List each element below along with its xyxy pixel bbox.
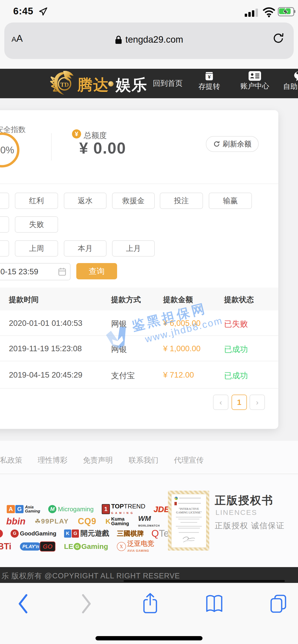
summary-divider [51, 133, 52, 160]
footer-link-privacy[interactable]: 私政策 [0, 455, 22, 465]
refresh-icon [213, 140, 220, 148]
security-index-value: 100% [0, 145, 14, 156]
url-text[interactable]: tengda29.com [125, 34, 183, 45]
license-subtitle: LINENCES [215, 508, 257, 516]
cell-method: 网银 [111, 319, 127, 330]
logo-toptrend: 1 TOPTRENDG A M I N G [102, 504, 145, 515]
brand-name-first[interactable]: 腾达 [77, 74, 109, 95]
filter-button-failed[interactable]: 失败 [15, 216, 58, 233]
cell-amount: ¥ 1,000.00 [163, 344, 201, 353]
filter-button-cut3[interactable] [0, 240, 9, 256]
filter-button-lastmonth[interactable]: 上月 [112, 240, 155, 256]
cell-time: 2019-11-19 15:23:08 [9, 344, 82, 353]
logo-avia: X 泛亚电竞AVIA GAMING [117, 540, 154, 552]
site-header: TD 腾达 娱乐 回到首页 ¥ 存提转 账户中心 [0, 69, 298, 98]
cell-amount: ¥ 6,005.00 [163, 319, 201, 328]
total-balance-amount: ¥ 0.00 [79, 139, 126, 157]
table-row: 2020-01-01 01:40:53 网银 ¥ 6,005.00 已失败 [0, 310, 278, 336]
copyright-text: 乐 版权所有 @COPYRIGHT ALL RIGHT RESERVE [2, 571, 180, 581]
share-button[interactable] [142, 592, 158, 614]
col-withdraw-time: 提款时间 [9, 295, 39, 305]
filter-button-cut[interactable] [0, 192, 9, 209]
table-header-row: 提款时间 提款方式 提款金额 提款状态 [0, 288, 278, 310]
refresh-balance-button[interactable]: 刷新余额 [206, 136, 259, 152]
section-divider [0, 184, 278, 184]
filter-button-bet[interactable]: 投注 [160, 192, 203, 209]
license-certificate-image: "INTERACTIVEGAMING LICENSE" [168, 491, 209, 550]
logo-kaiyuan: K G 開元遊戲 [64, 528, 109, 538]
filter-button-cut2[interactable] [0, 216, 9, 233]
license-tagline: 正版授权 诚信保证 [215, 520, 284, 531]
copyright-bar: 乐 版权所有 @COPYRIGHT ALL RIGHT RESERVE [0, 567, 298, 583]
money-jar-icon: ¥ [204, 71, 215, 82]
reload-button[interactable] [272, 32, 284, 44]
provider-logo-row: A G AsiaGaming M Microgaming 1 TOPTRENDG… [7, 504, 187, 515]
logo-playngo: PLAY'n GO [20, 542, 55, 552]
filter-button-rebate[interactable]: 返水 [64, 192, 106, 209]
nav-self-service[interactable]: 自助 [283, 71, 298, 92]
pagination-next-button[interactable]: › [249, 394, 265, 410]
logo-99play: ☘ 99PLAY [35, 518, 69, 526]
back-button[interactable] [17, 594, 28, 614]
col-withdraw-amount: 提款金额 [163, 295, 193, 305]
provider-logo-row: G GoodGaming K G 開元遊戲 三國棋牌 QTech [0, 528, 189, 539]
footer-link-agent[interactable]: 代理宣传 [174, 455, 204, 465]
search-button[interactable]: 查询 [76, 263, 117, 279]
filter-button-rescue[interactable]: 救援金 [112, 192, 155, 209]
footer-link-contact[interactable]: 联系我们 [129, 455, 158, 465]
calendar-icon[interactable] [58, 268, 66, 276]
home-indicator[interactable] [95, 636, 203, 640]
license-title: 正版授权书 [215, 493, 273, 508]
browser-top-chrome: 6:45 AA tengda [0, 0, 298, 69]
horizontal-scrollbar[interactable] [123, 580, 285, 582]
logo-legaming: LEGGaming [64, 542, 108, 550]
nav-account-center[interactable]: 账户中心 [238, 71, 272, 91]
cell-time: 2020-01-01 01:40:53 [9, 319, 82, 328]
col-withdraw-status: 提款状态 [224, 295, 254, 305]
filter-button-thismonth[interactable]: 本月 [64, 240, 106, 256]
id-card-icon [248, 71, 261, 81]
provider-logo-row: BTi PLAY'n GO LEGGaming X 泛亚电竞AVIA GAMIN… [0, 540, 154, 552]
bookmarks-button[interactable] [205, 594, 223, 614]
pagination-page-1[interactable]: 1 [232, 394, 247, 410]
footer-divider [0, 474, 298, 474]
logo-goodgaming: G GoodGaming [11, 530, 56, 538]
page-footer: 私政策 理性博彩 免责声明 联系我们 代理宣传 A G AsiaGaming M… [0, 441, 298, 567]
brand-dragon-logo[interactable]: TD [50, 69, 78, 98]
cell-method: 支付宝 [111, 370, 135, 381]
signal-strength-icon [245, 8, 258, 17]
refresh-balance-label: 刷新余额 [223, 139, 251, 149]
brand-name-second[interactable]: 娱乐 [116, 74, 147, 95]
lock-icon [115, 35, 122, 44]
logo-cq9: CQ9 [78, 516, 96, 526]
footer-link-disclaimer[interactable]: 免责声明 [83, 455, 113, 465]
filter-button-winloss[interactable]: 输赢 [209, 192, 252, 209]
table-row: 2019-11-19 15:23:08 网银 ¥ 1,000.00 已成功 [0, 336, 278, 361]
table-row: 2019-04-15 20:45:29 支付宝 ¥ 712.00 已成功 [0, 361, 278, 388]
cell-amount: ¥ 712.00 [163, 370, 194, 380]
provider-logo-row: bbin ☘ 99PLAY CQ9 KKumaGaming WMWORLDMAT… [6, 516, 160, 527]
forward-button[interactable] [81, 594, 92, 614]
logo-jdb: JDB [154, 504, 170, 514]
brand-ball-icon [108, 81, 113, 86]
col-withdraw-method: 提款方式 [111, 295, 141, 305]
cell-status: 已成功 [224, 370, 248, 381]
end-date-input[interactable]: 0-10-15 23:59 [0, 263, 71, 280]
withdraw-record-card: 安全指数 100% ¥ 总额度 ¥ 0.00 刷新余额 红利 返水 救援金 投注… [0, 110, 278, 429]
logo-kuma-gaming: KKumaGaming [106, 517, 129, 526]
status-time: 6:45 [13, 6, 33, 16]
address-bar[interactable]: AA tengda29.com [4, 22, 294, 59]
cell-time: 2019-04-15 20:45:29 [9, 370, 82, 380]
iphone-screen: 6:45 AA tengda [0, 0, 298, 644]
filter-button-lastweek[interactable]: 上周 [15, 240, 58, 256]
self-service-icon [293, 71, 298, 82]
svg-text:TD: TD [60, 81, 69, 88]
tabs-button[interactable] [269, 594, 287, 614]
home-link[interactable]: 回到首页 [153, 78, 183, 88]
nav-deposit-transfer[interactable]: ¥ 存提转 [197, 71, 222, 92]
footer-link-responsible[interactable]: 理性博彩 [38, 455, 67, 465]
logo-bbin: bbin [6, 516, 26, 526]
logo-microgaming: M Microgaming [48, 505, 94, 513]
pagination-prev-button[interactable]: ‹ [213, 394, 228, 410]
filter-button-bonus[interactable]: 红利 [15, 192, 58, 209]
